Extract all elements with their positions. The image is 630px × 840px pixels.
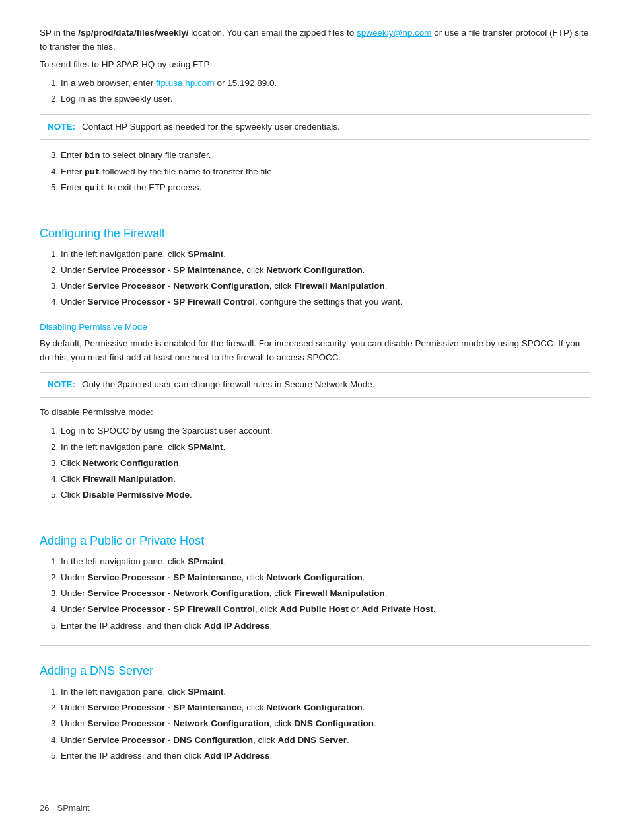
ftp-step-2: Log in as the spweekly user. (61, 92, 590, 106)
dns-step-2: Under Service Processor - SP Maintenance… (61, 701, 590, 715)
divider-1 (40, 208, 590, 208)
ftp-step-3: Enter bin to select binary file transfer… (61, 148, 590, 163)
divider-3 (40, 645, 590, 646)
note-text-2: Only the 3parcust user can change firewa… (82, 378, 374, 392)
disabling-step-5: Click Disable Permissive Mode. (61, 488, 590, 502)
firewall-step-1: In the left navigation pane, click SPmai… (61, 247, 590, 262)
ftp-steps-after-note: Enter bin to select binary file transfer… (61, 148, 590, 195)
disabling-para: By default, Permissive mode is enabled f… (40, 337, 590, 365)
disabling-step-4: Click Firewall Manipulation. (61, 472, 590, 486)
page-number: 26 (40, 803, 49, 813)
adding-host-heading: Adding a Public or Private Host (40, 534, 590, 548)
host-step-1: In the left navigation pane, click SPmai… (61, 554, 590, 569)
firewall-step-2: Under Service Processor - SP Maintenance… (61, 263, 590, 278)
host-step-4: Under Service Processor - SP Firewall Co… (61, 602, 590, 617)
ftp-steps-list: In a web browser, enter ftp.usa.hp.com o… (61, 76, 590, 107)
footer-label: SPmaint (57, 803, 89, 813)
note-label-1: NOTE: (48, 120, 75, 134)
disabling-step-1: Log in to SPOCC by using the 3parcust us… (61, 424, 590, 438)
dns-step-4: Under Service Processor - DNS Configurat… (61, 733, 590, 747)
intro-line1: SP in the /sp/prod/data/files/weekly/ lo… (40, 26, 590, 54)
note-text-1: Contact HP Support as needed for the spw… (82, 120, 340, 134)
firewall-heading: Configuring the Firewall (40, 227, 590, 241)
disabling-step-2: In the left navigation pane, click SPMai… (61, 440, 590, 455)
adding-dns-heading: Adding a DNS Server (40, 664, 590, 678)
dns-step-3: Under Service Processor - Network Config… (61, 716, 590, 731)
disabling-subheading: Disabling Permissive Mode (40, 322, 590, 332)
dns-step-5: Enter the IP address, and then click Add… (61, 749, 590, 763)
firewall-step-4: Under Service Processor - SP Firewall Co… (61, 295, 590, 309)
ftp-step-4: Enter put followed by the file name to t… (61, 165, 590, 179)
firewall-steps: In the left navigation pane, click SPmai… (61, 247, 590, 310)
firewall-step-3: Under Service Processor - Network Config… (61, 279, 590, 293)
divider-2 (40, 515, 590, 515)
host-step-5: Enter the IP address, and then click Add… (61, 619, 590, 633)
ftp-step-5: Enter quit to exit the FTP process. (61, 180, 590, 195)
ftp-step-1: In a web browser, enter ftp.usa.hp.com o… (61, 76, 590, 91)
note-box-2: NOTE: Only the 3parcust user can change … (40, 372, 590, 398)
disable-intro: To disable Permissive mode: (40, 406, 590, 420)
email-link[interactable]: spweekly@hp.com (357, 28, 432, 38)
note-label-2: NOTE: (48, 378, 75, 392)
ftp-intro: To send files to HP 3PAR HQ by using FTP… (40, 58, 590, 72)
page-footer: 26 SPmaint (40, 803, 590, 813)
adding-host-steps: In the left navigation pane, click SPmai… (61, 554, 590, 633)
host-step-2: Under Service Processor - SP Maintenance… (61, 570, 590, 585)
note-box-1: NOTE: Contact HP Support as needed for t… (40, 114, 590, 140)
disabling-steps: Log in to SPOCC by using the 3parcust us… (61, 424, 590, 502)
adding-dns-steps: In the left navigation pane, click SPmai… (61, 685, 590, 763)
dns-step-1: In the left navigation pane, click SPmai… (61, 685, 590, 699)
disabling-step-3: Click Network Configuration. (61, 456, 590, 471)
ftp-link[interactable]: ftp.usa.hp.com (156, 78, 215, 88)
host-step-3: Under Service Processor - Network Config… (61, 586, 590, 601)
